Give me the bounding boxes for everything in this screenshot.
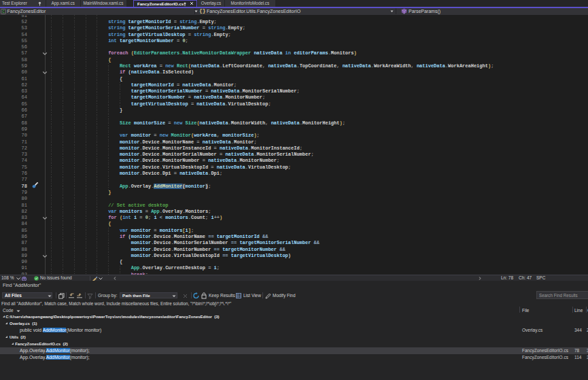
svg-text:C: C bbox=[2, 10, 5, 14]
